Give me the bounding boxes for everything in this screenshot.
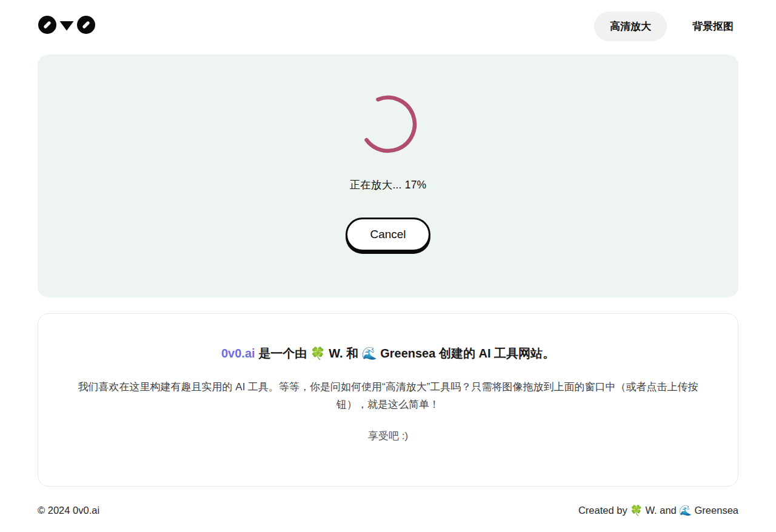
- footer-copyright: © 2024 0v0.ai: [38, 505, 99, 516]
- main-nav: 高清放大 背景抠图: [594, 12, 738, 41]
- progress-status-text: 正在放大... 17%: [350, 178, 427, 192]
- loading-spinner-icon: [358, 94, 418, 155]
- nav-tab-upscale[interactable]: 高清放大: [594, 12, 667, 41]
- footer-credit: Created by 🍀 W. and 🌊 Greensea: [578, 505, 738, 516]
- 0v0-logo-icon: [38, 15, 96, 38]
- upscale-progress-panel: 正在放大... 17% Cancel: [38, 55, 738, 298]
- nav-tab-background-removal[interactable]: 背景抠图: [687, 12, 738, 41]
- footer: © 2024 0v0.ai Created by 🍀 W. and 🌊 Gree…: [0, 487, 776, 516]
- header: 高清放大 背景抠图: [0, 0, 776, 52]
- site-logo[interactable]: [38, 15, 96, 38]
- about-title: 0v0.ai 是一个由 🍀 W. 和 🌊 Greensea 创建的 AI 工具网…: [73, 345, 703, 362]
- page: 高清放大 背景抠图 正在放大... 17% Cancel 0v0.ai 是一个由…: [0, 0, 776, 532]
- about-title-rest: 是一个由 🍀 W. 和 🌊 Greensea 创建的 AI 工具网站。: [255, 347, 555, 360]
- cancel-button[interactable]: Cancel: [346, 218, 430, 251]
- site-link[interactable]: 0v0.ai: [221, 347, 255, 360]
- about-enjoy-text: 享受吧 :): [73, 429, 703, 443]
- about-description: 我们喜欢在这里构建有趣且实用的 AI 工具。等等，你是问如何使用“高清放大”工具…: [73, 378, 703, 413]
- about-card: 0v0.ai 是一个由 🍀 W. 和 🌊 Greensea 创建的 AI 工具网…: [38, 313, 738, 487]
